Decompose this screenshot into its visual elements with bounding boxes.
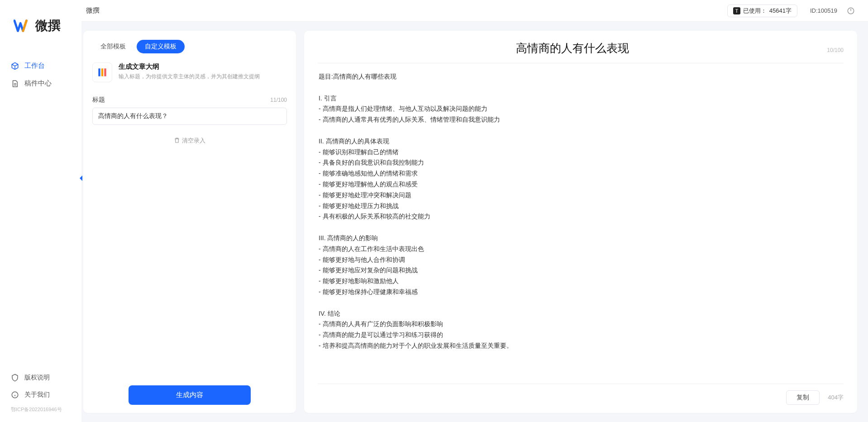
clear-input-button[interactable]: 清空录入 — [92, 137, 287, 145]
template-card[interactable]: 生成文章大纲 输入标题，为你提供文章主体的灵感，并为其创建推文提纲 — [83, 62, 296, 90]
copy-button[interactable]: 复制 — [786, 390, 820, 405]
generate-button[interactable]: 生成内容 — [129, 385, 251, 405]
template-icon — [92, 62, 112, 82]
word-count: 404字 — [828, 394, 844, 402]
page-title: 微撰 — [86, 6, 100, 15]
template-tabs: 全部模板 自定义模板 — [83, 40, 296, 62]
workspace: 全部模板 自定义模板 生成文章大纲 输入标题，为你提供文章主体的灵感，并为其创建… — [81, 22, 868, 422]
shield-icon — [11, 374, 19, 382]
topbar: 微撰 T 已使用： 45641字 ID:100519 — [81, 0, 868, 22]
usage-prefix: 已使用： — [743, 7, 767, 15]
main: 微撰 T 已使用： 45641字 ID:100519 全部模板 自定义模板 — [81, 0, 868, 422]
left-panel: 全部模板 自定义模板 生成文章大纲 输入标题，为你提供文章主体的灵感，并为其创建… — [83, 31, 296, 413]
output-counter: 10/100 — [827, 47, 844, 53]
sidebar-collapse-handle[interactable] — [78, 172, 84, 185]
nav: 工作台 稿件中心 — [0, 52, 81, 369]
sidebar-bottom: 版权说明 关于我们 鄂ICP备2022016946号 — [0, 369, 81, 417]
nav-label: 版权说明 — [24, 374, 50, 382]
icp-text: 鄂ICP备2022016946号 — [0, 403, 81, 413]
nav-item-workspace[interactable]: 工作台 — [0, 57, 81, 75]
info-icon — [11, 391, 19, 399]
title-input[interactable] — [92, 108, 287, 125]
sidebar: 微撰 工作台 稿件中心 版权说明 — [0, 0, 81, 422]
nav-item-drafts[interactable]: 稿件中心 — [0, 75, 81, 92]
usage-badge-icon: T — [733, 7, 740, 14]
cube-icon — [11, 62, 19, 70]
document-icon — [11, 80, 19, 88]
brand-name: 微撰 — [35, 17, 61, 34]
output-title: 高情商的人有什么表现 — [318, 41, 827, 56]
template-desc: 输入标题，为你提供文章主体的灵感，并为其创建推文提纲 — [119, 73, 260, 81]
user-id: ID:100519 — [810, 7, 837, 14]
output-body[interactable]: 题目:高情商的人有哪些表现 I. 引言 - 高情商是指人们处理情绪、与他人互动以… — [318, 63, 844, 384]
template-title: 生成文章大纲 — [119, 62, 260, 71]
nav-label: 工作台 — [24, 62, 45, 70]
usage-pill[interactable]: T 已使用： 45641字 — [727, 5, 797, 17]
trash-icon — [174, 137, 180, 145]
tab-custom-templates[interactable]: 自定义模板 — [137, 40, 185, 53]
brand-logo[interactable]: 微撰 — [0, 8, 81, 52]
output-footer: 复制 404字 — [318, 384, 844, 405]
title-char-counter: 11/100 — [270, 97, 287, 103]
logo-icon — [14, 19, 31, 33]
nav-label: 稿件中心 — [24, 79, 52, 88]
nav-label: 关于我们 — [24, 391, 50, 399]
power-button[interactable] — [846, 6, 855, 15]
right-panel: 高情商的人有什么表现 10/100 题目:高情商的人有哪些表现 I. 引言 - … — [304, 31, 857, 413]
tab-all-templates[interactable]: 全部模板 — [92, 40, 134, 53]
title-field-label: 标题 — [92, 96, 105, 104]
output-header: 高情商的人有什么表现 10/100 — [318, 41, 844, 63]
usage-value: 45641字 — [769, 7, 792, 15]
nav-item-about[interactable]: 关于我们 — [0, 386, 81, 403]
form-area: 标题 11/100 清空录入 生成内容 — [83, 90, 296, 405]
template-meta: 生成文章大纲 输入标题，为你提供文章主体的灵感，并为其创建推文提纲 — [119, 62, 260, 82]
nav-item-copyright[interactable]: 版权说明 — [0, 369, 81, 386]
